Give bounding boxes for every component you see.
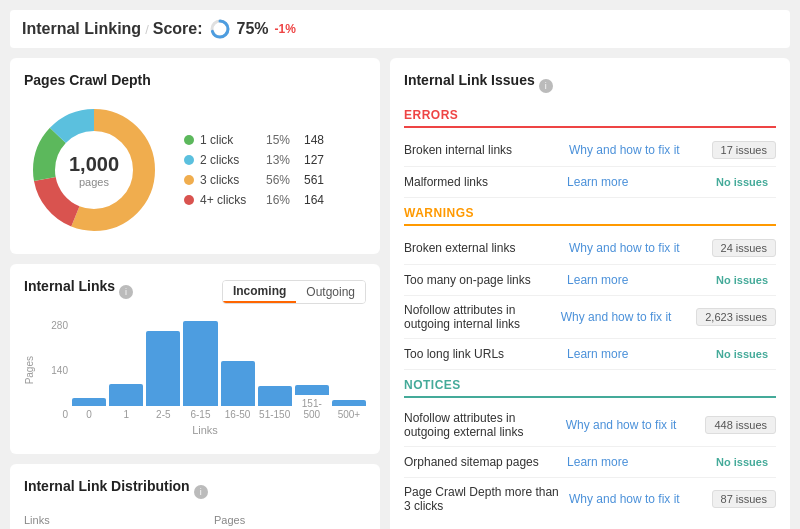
bar-label: 51-150 (259, 409, 290, 420)
donut-chart: 1,000 pages (24, 100, 164, 240)
legend-pct: 13% (266, 153, 298, 167)
crawl-depth-title: Pages Crawl Depth (24, 72, 366, 88)
bar (295, 385, 329, 395)
bar (109, 384, 143, 406)
issue-badge: No issues (708, 174, 776, 190)
issue-link[interactable]: Why and how to fix it (569, 492, 704, 506)
issue-row: Nofollow attributes in outgoing external… (404, 404, 776, 447)
legend-item-2: 3 clicks 56% 561 (184, 173, 324, 187)
legend-item-1: 2 clicks 13% 127 (184, 153, 324, 167)
issue-row: Malformed linksLearn moreNo issues (404, 167, 776, 198)
issue-name: Orphaned sitemap pages (404, 455, 559, 469)
internal-links-card: Internal Links i Incoming Outgoing Pages… (10, 264, 380, 454)
issue-link[interactable]: Why and how to fix it (566, 418, 698, 432)
issue-name: Too long link URLs (404, 347, 559, 361)
issue-row: Broken external linksWhy and how to fix … (404, 232, 776, 265)
main-grid: Pages Crawl Depth (10, 58, 790, 529)
bar-label: 1 (123, 409, 129, 420)
legend-pct: 16% (266, 193, 298, 207)
issue-name: Nofollow attributes in outgoing internal… (404, 303, 553, 331)
issue-badge: No issues (708, 272, 776, 288)
issue-link[interactable]: Learn more (567, 347, 700, 361)
bar-label: 16-50 (225, 409, 251, 420)
bar-col-3: 6-15 (183, 321, 217, 420)
bar (72, 398, 106, 406)
issue-name: Broken internal links (404, 143, 561, 157)
toggle-group: Incoming Outgoing (222, 280, 366, 304)
bar-col-1: 1 (109, 384, 143, 420)
issue-name: Page Crawl Depth more than 3 clicks (404, 485, 561, 513)
issue-row: Page Crawl Depth more than 3 clicksWhy a… (404, 478, 776, 520)
internal-links-header: Internal Links i Incoming Outgoing (24, 278, 366, 306)
issues-info-icon[interactable]: i (539, 79, 553, 93)
bar-col-7: 500+ (332, 400, 366, 420)
bar-label: 2-5 (156, 409, 170, 420)
legend-pct: 15% (266, 133, 298, 147)
section-header-errors: Errors (404, 108, 776, 128)
bar-label: 6-15 (190, 409, 210, 420)
legend-name: 2 clicks (200, 153, 260, 167)
issue-badge: 2,623 issues (696, 308, 776, 326)
issue-badge: 17 issues (712, 141, 776, 159)
bar-col-4: 16-50 (221, 361, 255, 420)
issue-link[interactable]: Learn more (567, 175, 700, 189)
issue-row: Broken internal linksWhy and how to fix … (404, 134, 776, 167)
legend-count: 148 (304, 133, 324, 147)
bar-col-2: 2-5 (146, 331, 180, 420)
legend-pct: 56% (266, 173, 298, 187)
page: Internal Linking / Score: 75% -1% Pages … (0, 0, 800, 529)
y-axis-label: Pages (24, 356, 35, 384)
issue-badge: 87 issues (712, 490, 776, 508)
dist-arrow: → (186, 514, 204, 529)
bar (332, 400, 366, 406)
y-tick: 140 (44, 365, 68, 376)
legend-count: 164 (304, 193, 324, 207)
donut-number: 1,000 (69, 153, 119, 176)
issue-link[interactable]: Why and how to fix it (569, 241, 704, 255)
issue-badge: No issues (708, 346, 776, 362)
score-icon (209, 18, 231, 40)
score-label: Score: (153, 20, 203, 38)
dist-pages-col: Pages 24% 177 Strong pages i ILR of more… (214, 514, 366, 529)
legend-dot (184, 195, 194, 205)
crawl-legend: 1 click 15% 148 2 clicks 13% 127 3 click… (184, 133, 324, 207)
dist-links-label: Links (24, 514, 176, 526)
bar (221, 361, 255, 406)
page-title: Internal Linking (22, 20, 141, 38)
info-icon[interactable]: i (119, 285, 133, 299)
issue-link[interactable]: Learn more (567, 455, 700, 469)
distribution-title-group: Internal Link Distribution i (24, 478, 366, 506)
donut-section: 1,000 pages 1 click 15% 148 2 clicks 13%… (24, 100, 366, 240)
right-column: Internal Link Issues i ErrorsBroken inte… (390, 58, 790, 529)
left-column: Pages Crawl Depth (10, 58, 380, 529)
issue-link[interactable]: Why and how to fix it (569, 143, 704, 157)
score-value: 75% (237, 20, 269, 38)
legend-count: 127 (304, 153, 324, 167)
bar-label: 151-500 (295, 398, 329, 420)
header: Internal Linking / Score: 75% -1% (10, 10, 790, 48)
donut-center: 1,000 pages (69, 153, 119, 188)
bar-label: 500+ (338, 409, 361, 420)
toggle-outgoing[interactable]: Outgoing (296, 281, 365, 303)
internal-links-title: Internal Links (24, 278, 115, 294)
distribution-card: Internal Link Distribution i Links 79% →… (10, 464, 380, 529)
distribution-cols: Links 79% → Pages 24% (24, 514, 366, 529)
issue-name: Too many on-page links (404, 273, 559, 287)
y-tick: 280 (44, 320, 68, 331)
toggle-incoming[interactable]: Incoming (223, 281, 296, 303)
issues-title-group: Internal Link Issues i (404, 72, 776, 100)
issue-row: Too many on-page linksLearn moreNo issue… (404, 265, 776, 296)
legend-name: 1 click (200, 133, 260, 147)
legend-name: 3 clicks (200, 173, 260, 187)
donut-label: pages (69, 176, 119, 188)
dist-info-icon[interactable]: i (194, 485, 208, 499)
issues-container: ErrorsBroken internal linksWhy and how t… (404, 108, 776, 520)
issue-name: Nofollow attributes in outgoing external… (404, 411, 558, 439)
issues-card: Internal Link Issues i ErrorsBroken inte… (390, 58, 790, 529)
issue-name: Malformed links (404, 175, 559, 189)
y-tick: 0 (44, 409, 68, 420)
issue-link[interactable]: Learn more (567, 273, 700, 287)
issue-link[interactable]: Why and how to fix it (561, 310, 689, 324)
bar-label: 0 (86, 409, 92, 420)
issue-row: Nofollow attributes in outgoing internal… (404, 296, 776, 339)
